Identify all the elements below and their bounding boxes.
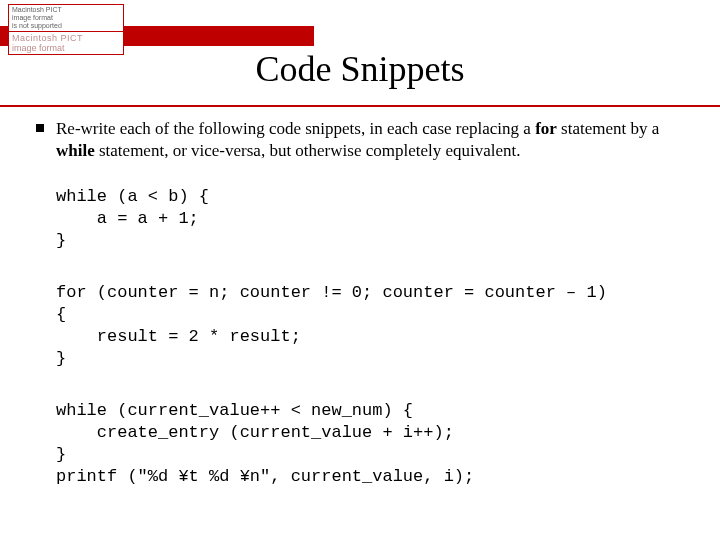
instr-for: for xyxy=(535,119,557,138)
slide-title: Code Snippets xyxy=(0,48,720,90)
code-snippet-1: while (a < b) { a = a + 1; } xyxy=(56,186,690,252)
slide-body: Re-write each of the following code snip… xyxy=(36,118,690,488)
slide: Macintosh PICT image format is not suppo… xyxy=(0,0,720,540)
instr-while: while xyxy=(56,141,95,160)
instr-seg-3: statement, or vice-versa, but otherwise … xyxy=(95,141,521,160)
spacer xyxy=(36,252,690,282)
code-snippet-3: while (current_value++ < new_num) { crea… xyxy=(56,400,690,488)
instruction-text: Re-write each of the following code snip… xyxy=(56,118,690,162)
bullet-icon xyxy=(36,124,44,132)
title-underline xyxy=(0,105,720,107)
code-snippet-2: for (counter = n; counter != 0; counter … xyxy=(56,282,690,370)
bullet-row: Re-write each of the following code snip… xyxy=(36,118,690,162)
instr-seg-2: statement by a xyxy=(557,119,659,138)
pict-badge-top: Macintosh PICT image format is not suppo… xyxy=(9,5,123,32)
spacer xyxy=(36,162,690,186)
pict-badge-row1: Macintosh PICT xyxy=(12,33,120,43)
spacer xyxy=(36,370,690,400)
instr-seg-1: Re-write each of the following code snip… xyxy=(56,119,535,138)
